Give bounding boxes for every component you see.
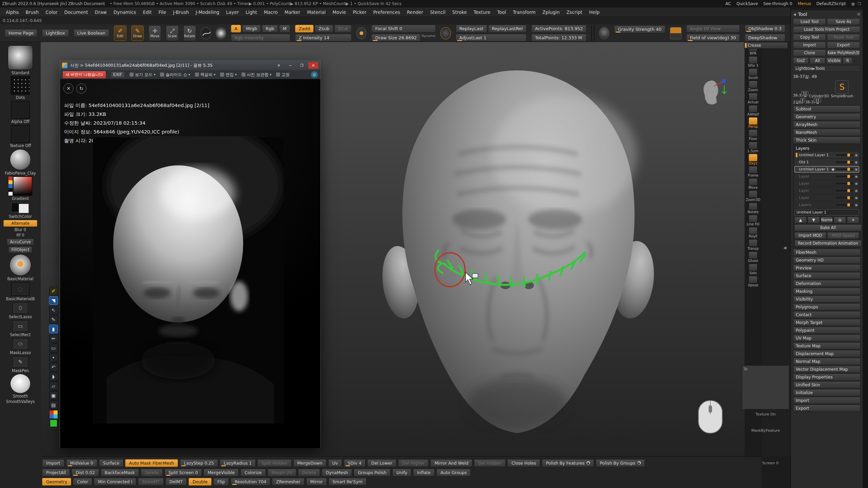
focal-shift-slider[interactable]: Focal Shift 0 bbox=[371, 25, 436, 33]
shelf-button[interactable]: Ghost bbox=[746, 251, 761, 263]
layer-down-button[interactable]: ▼ bbox=[808, 217, 820, 223]
bottom-button[interactable]: Close Holes bbox=[507, 459, 540, 467]
menu-item[interactable]: Layer bbox=[223, 8, 242, 16]
bottom-button[interactable]: BackfaceMask bbox=[101, 469, 139, 476]
tool-panel-button[interactable]: Make PolyMesh3D bbox=[827, 49, 860, 56]
masklasso-icon[interactable]: ⬭ bbox=[13, 338, 28, 350]
tool-subpalette-header[interactable]: Geometry bbox=[793, 113, 861, 120]
alpha-preview-icon[interactable] bbox=[216, 27, 226, 39]
shelf-button[interactable]: AAHalf bbox=[746, 105, 761, 117]
texture-on-label[interactable]: Texture On bbox=[742, 412, 789, 416]
tool-panel-button[interactable]: Export bbox=[827, 42, 860, 48]
exif-button[interactable]: EXIF bbox=[111, 71, 125, 78]
bottom-button[interactable]: MergeVisible bbox=[203, 469, 239, 476]
layer-rename-button[interactable]: Name bbox=[821, 217, 833, 223]
viewer-titlebar[interactable]: 사진 > 54efd410400131a6e24ab6f068af04ed.jp… bbox=[60, 61, 320, 70]
bottom-button[interactable]: Split Screen 0 bbox=[164, 469, 202, 476]
selectlasso-icon[interactable]: ⬯ bbox=[13, 302, 28, 314]
annotate-tool-icon[interactable]: ▱ bbox=[49, 382, 58, 390]
menu-item[interactable]: Document bbox=[61, 8, 91, 16]
bottom-button[interactable]: ProjectAll bbox=[42, 469, 70, 476]
menu-item[interactable]: File bbox=[156, 8, 170, 16]
shelf-button[interactable]: PolyF bbox=[746, 227, 761, 239]
layer-eye-icon[interactable]: ◉ bbox=[855, 160, 858, 164]
bottom-button[interactable]: Colorize bbox=[240, 469, 265, 476]
draw-size-slider[interactable]: Draw Size 26.8692 bbox=[371, 34, 420, 42]
viewer-menu-item[interactable]: 사진 보관함▾ bbox=[241, 72, 271, 78]
seethrough-slider[interactable]: See-through 0 bbox=[763, 1, 792, 6]
bottom-button[interactable]: Mirror bbox=[306, 478, 327, 486]
bottom-button[interactable]: Import bbox=[42, 459, 64, 467]
viewer-menu-item[interactable]: 보기 모드▾ bbox=[130, 72, 155, 78]
layer-row[interactable]: Layers ◉ ◉ bbox=[794, 202, 859, 208]
mdd-speed-slider[interactable]: MDD Speed bbox=[827, 232, 859, 239]
tool-subpalette-header[interactable]: Subtool bbox=[793, 105, 861, 113]
tool-subpalette-header[interactable]: Deformation bbox=[793, 280, 861, 287]
basicmaterialb-thumbnail[interactable]: ◯ bbox=[11, 282, 29, 296]
shelf-button[interactable]: Move bbox=[746, 178, 761, 190]
layer-intensity-slider[interactable] bbox=[836, 190, 853, 191]
tool-thumbnail-image[interactable]: S bbox=[835, 80, 849, 94]
menus-button[interactable]: Menus bbox=[798, 1, 811, 6]
collapse-left-icon[interactable]: ◀ bbox=[783, 245, 786, 250]
bake-all-button[interactable]: Bake All bbox=[794, 224, 862, 231]
bottom-button[interactable]: Smart Re'Sym bbox=[329, 478, 367, 486]
menu-item[interactable]: Alpha bbox=[3, 8, 22, 16]
basicmaterial-thumbnail[interactable] bbox=[9, 254, 31, 276]
bottom-button[interactable]: StoreMT bbox=[138, 478, 163, 486]
panel-collapse-icon[interactable]: ◀ bbox=[793, 12, 796, 17]
tool-subpalette-header[interactable]: Preview bbox=[793, 264, 861, 271]
tool-subpalette-header[interactable]: ArrayMesh bbox=[793, 121, 861, 128]
menu-item[interactable]: Dynamics bbox=[111, 8, 139, 16]
cyan-swatch[interactable] bbox=[54, 414, 58, 419]
tool-panel-button[interactable]: R bbox=[843, 57, 852, 64]
tool-thumbnail[interactable]: S SimpleBrush bbox=[831, 80, 853, 98]
layer-intensity-slider[interactable] bbox=[836, 161, 853, 163]
layer-eye-icon[interactable]: ◉ bbox=[855, 167, 858, 171]
tool-panel-button[interactable]: Copy Tool bbox=[793, 34, 826, 41]
tool-subpalette-header[interactable]: FiberMesh bbox=[793, 249, 861, 256]
photo-image[interactable] bbox=[93, 136, 284, 425]
nav-preview-head[interactable] bbox=[701, 79, 728, 108]
alpha-channel-button[interactable]: A bbox=[231, 25, 241, 33]
annotate-tool-icon[interactable]: ↖ bbox=[49, 306, 58, 314]
shelf-button[interactable]: Transp bbox=[746, 239, 761, 251]
points-vslider[interactable] bbox=[591, 25, 594, 41]
layer-row[interactable]: Layer ◉ ◉ bbox=[794, 180, 859, 187]
shelf-button[interactable]: Line Fill bbox=[746, 215, 761, 226]
layer-eye-icon[interactable]: ◉ bbox=[855, 196, 858, 200]
zsub-button[interactable]: Zsub bbox=[315, 25, 333, 33]
menu-item[interactable]: Texture bbox=[471, 8, 493, 16]
menu-item[interactable]: J-Brush bbox=[170, 8, 192, 16]
shelf-button[interactable]: Xpose bbox=[746, 276, 761, 287]
bottom-button[interactable]: Polish By Groups● bbox=[596, 459, 645, 467]
m-button[interactable]: M bbox=[279, 25, 290, 33]
blur-slider[interactable]: Blur 0 bbox=[15, 228, 26, 232]
tool-subpalette-header[interactable]: Thick Skin bbox=[793, 137, 861, 144]
viewer-minimize-button[interactable]: ─ bbox=[285, 62, 295, 69]
bottom-button[interactable]: Delete bbox=[298, 469, 320, 476]
tool-subpalette-header[interactable]: Normal Map bbox=[793, 358, 861, 365]
annotate-tool-icon[interactable]: ✎ bbox=[49, 315, 58, 324]
honeyview-window[interactable]: 사진 > 54efd410400131a6e24ab6f068af04ed.jp… bbox=[60, 60, 321, 448]
layer-intensity-slider[interactable] bbox=[836, 154, 853, 156]
layer-up-button[interactable]: ▲ bbox=[794, 217, 807, 223]
replay-last-button[interactable]: ReplayLast bbox=[456, 25, 487, 33]
annotate-tool-icon[interactable]: ▣ bbox=[49, 391, 58, 400]
bottom-button[interactable]: Unify bbox=[392, 469, 411, 476]
tool-panel-button[interactable]: Import bbox=[793, 42, 826, 48]
bottom-button[interactable]: Polish By Features● bbox=[542, 459, 594, 467]
bottom-button[interactable]: Auto Groups bbox=[436, 469, 471, 476]
menu-item[interactable]: Brush bbox=[22, 8, 42, 16]
angle-of-view-button[interactable]: Angle Of View bbox=[686, 25, 740, 33]
zcut-button[interactable]: Zcut bbox=[334, 25, 352, 33]
bottom-button[interactable]: MergeDown bbox=[293, 459, 327, 467]
palette-strip[interactable] bbox=[8, 177, 13, 196]
tool-subpalette-header[interactable]: Display Properties bbox=[793, 373, 861, 381]
fov-slider[interactable]: Field of view(deg) 30 bbox=[686, 34, 740, 42]
red-swatch[interactable] bbox=[50, 410, 54, 414]
tray-button[interactable]: Crease bbox=[744, 42, 788, 49]
annotate-tool-icon[interactable]: • bbox=[49, 353, 58, 362]
annotate-color-palette[interactable] bbox=[49, 410, 58, 419]
shelf-button[interactable]: SPix 3 bbox=[746, 56, 761, 68]
